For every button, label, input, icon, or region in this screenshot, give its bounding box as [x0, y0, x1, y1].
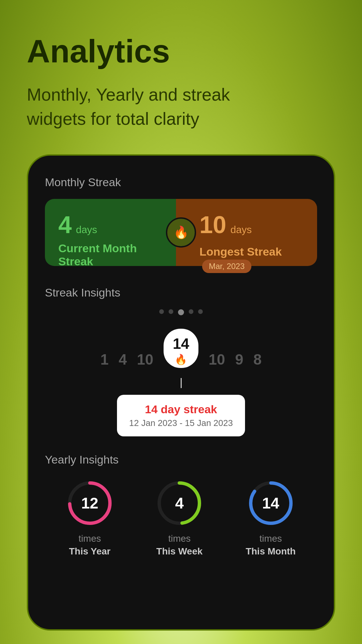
streak-bar-row: 1 4 10 14 🔥 10 9 [45, 329, 317, 368]
flame-icon: 🔥 [174, 225, 189, 239]
bar-value-6: 9 [235, 351, 243, 368]
circle-period-month: This Month [246, 546, 296, 557]
dot-1[interactable] [159, 309, 164, 314]
bar-value-5: 10 [208, 351, 225, 368]
bar-item-6: 9 [235, 351, 243, 368]
circle-number-week: 4 [175, 494, 184, 512]
tooltip-connector [181, 378, 182, 388]
current-streak-unit: days [76, 224, 97, 235]
bar-item-1: 1 [101, 351, 109, 368]
dot-2[interactable] [169, 309, 173, 314]
circle-times-month: times [259, 533, 282, 544]
bar-item-3: 10 [137, 351, 154, 368]
bar-item-7: 8 [253, 351, 261, 368]
circle-this-week: 4 times This Week [156, 480, 203, 557]
current-streak-card: 4 days Current Month Streak [45, 199, 176, 266]
page-background: Analytics Monthly, Yearly and streak wid… [0, 0, 362, 644]
circle-times-year: times [78, 533, 101, 544]
phone-mockup: Monthly Streak 4 days Current Month Stre… [27, 154, 335, 631]
longest-streak-card: 10 days Longest Streak Mar, 2023 [176, 199, 317, 266]
circle-number-month: 14 [262, 494, 279, 512]
streak-insights-label: Streak Insights [45, 286, 317, 299]
bar-value-3: 10 [137, 351, 154, 368]
bar-value-7: 8 [253, 351, 261, 368]
circle-number-year: 12 [81, 494, 98, 512]
circle-times-week: times [168, 533, 191, 544]
longest-streak-unit: days [231, 224, 252, 235]
yearly-insights-section: Yearly Insights 12 times This Year [45, 453, 317, 557]
highlight-flame-icon: 🔥 [175, 354, 187, 365]
dot-4[interactable] [189, 309, 193, 314]
bar-value-highlighted: 14 [173, 335, 189, 352]
circle-this-year: 12 times This Year [66, 480, 113, 557]
yearly-circles-row: 12 times This Year 4 times This [45, 480, 317, 557]
bar-value-1: 1 [101, 351, 109, 368]
dot-3-active[interactable] [178, 309, 184, 315]
header-section: Analytics Monthly, Yearly and streak wid… [0, 0, 362, 151]
dot-5[interactable] [198, 309, 203, 314]
circle-this-month: 14 times This Month [246, 480, 296, 557]
circle-ring-week: 4 [156, 480, 203, 527]
circle-ring-year: 12 [66, 480, 113, 527]
circle-ring-month: 14 [247, 480, 294, 527]
flame-divider: 🔥 [166, 217, 196, 248]
circle-period-week: This Week [156, 546, 202, 557]
tooltip-streak-label: 14 day streak [129, 403, 233, 416]
page-title: Analytics [27, 34, 335, 69]
monthly-streak-label: Monthly Streak [45, 176, 317, 189]
pagination-dots [45, 309, 317, 315]
bar-item-2: 4 [119, 351, 127, 368]
circle-period-year: This Year [69, 546, 111, 557]
yearly-insights-label: Yearly Insights [45, 453, 317, 466]
monthly-streak-section: Monthly Streak 4 days Current Month Stre… [45, 176, 317, 266]
page-subtitle: Monthly, Yearly and streak widgets for t… [27, 83, 261, 131]
tooltip-date-range: 12 Jan 2023 - 15 Jan 2023 [129, 418, 233, 428]
current-streak-label: Current Month Streak [58, 242, 163, 268]
streak-cards-container: 4 days Current Month Streak 🔥 10 days Lo… [45, 199, 317, 266]
longest-streak-value: 10 [199, 211, 226, 238]
current-streak-value: 4 [58, 211, 72, 238]
longest-streak-label: Longest Streak [199, 245, 282, 258]
highlight-pill: 14 🔥 [164, 329, 199, 368]
streak-tooltip: 14 day streak 12 Jan 2023 - 15 Jan 2023 [117, 395, 245, 436]
bar-item-5: 10 [208, 351, 225, 368]
bar-item-highlighted: 14 🔥 [164, 329, 199, 368]
longest-streak-date: Mar, 2023 [202, 260, 251, 273]
streak-insights-section: Streak Insights 1 4 10 [45, 286, 317, 436]
tooltip-container: 14 day streak 12 Jan 2023 - 15 Jan 2023 [45, 378, 317, 436]
bar-value-2: 4 [119, 351, 127, 368]
